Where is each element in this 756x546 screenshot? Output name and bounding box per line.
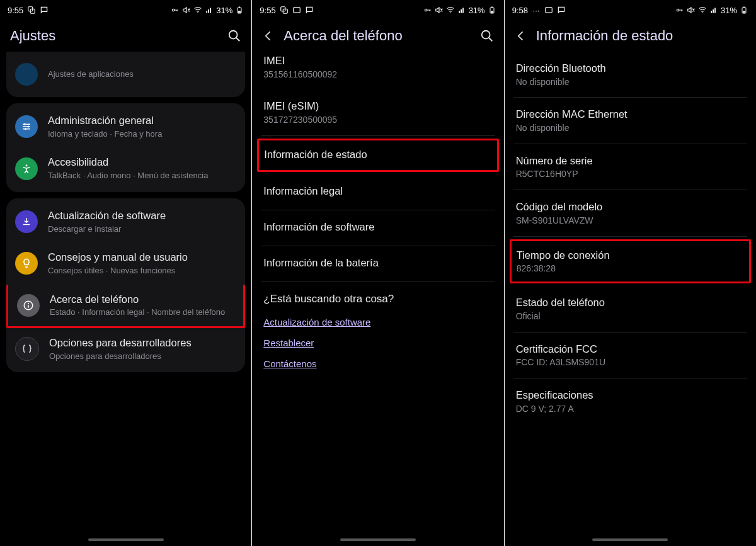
battery-icon <box>488 6 496 14</box>
settings-item-dev-options[interactable]: Opciones para desarrolladores Opciones p… <box>6 328 245 370</box>
settings-item-sub: Ajustes de aplicaciones <box>48 69 236 79</box>
info-value: No disponible <box>516 123 745 134</box>
battery-icon <box>235 6 244 14</box>
svg-point-14 <box>26 164 28 166</box>
mute-icon <box>435 6 444 14</box>
bulb-icon <box>15 252 38 275</box>
menu-item-label: Información de la batería <box>263 256 492 270</box>
info-row-phone-status[interactable]: Estado del teléfono Oficial <box>513 286 747 332</box>
menu-item-legal-info[interactable]: Información legal <box>261 174 495 210</box>
info-row-model-code[interactable]: Código del modelo SM-S901ULVAVZW <box>513 190 747 236</box>
screenshot-triptych: 9:55 31% Ajustes Ajust <box>0 0 756 546</box>
svg-rect-24 <box>462 8 464 13</box>
back-icon[interactable] <box>515 30 527 42</box>
svg-point-16 <box>28 303 29 304</box>
info-row-serial[interactable]: Número de serie R5CTC16H0YP <box>513 144 747 190</box>
settings-item-general[interactable]: Administración general Idioma y teclado … <box>6 106 245 147</box>
menu-item-status-info[interactable]: Información de estado <box>257 139 498 173</box>
info-row-bluetooth[interactable]: Dirección Bluetooth No disponible <box>513 52 747 98</box>
menu-item-software-info[interactable]: Información de software <box>261 210 495 246</box>
settings-item-title: Acerca del teléfono <box>50 293 234 306</box>
menu-item-label: Información de estado <box>264 148 491 161</box>
info-row-fcc[interactable]: Certificación FCC FCC ID: A3LSMS901U <box>513 333 747 378</box>
info-value: 826:38:28 <box>517 263 744 274</box>
settings-item-tips[interactable]: Consejos y manual de usuario Consejos út… <box>6 242 245 284</box>
settings-item-title: Actualización de software <box>48 210 236 222</box>
settings-item-title: Administración general <box>48 115 236 127</box>
svg-point-30 <box>677 9 679 11</box>
info-value: DC 9 V; 2.77 A <box>516 404 745 414</box>
settings-item-title: Consejos y manual de usuario <box>48 251 236 264</box>
svg-point-2 <box>173 9 175 11</box>
accessibility-icon <box>15 157 38 180</box>
menu-item-label: Información de software <box>263 220 492 234</box>
braces-icon <box>15 337 39 361</box>
svg-point-28 <box>481 31 490 39</box>
info-value: No disponible <box>516 77 745 88</box>
settings-item-sub: TalkBack · Audio mono · Menú de asistenc… <box>48 171 236 181</box>
update-icon <box>15 210 38 233</box>
info-row-imei-esim[interactable]: IMEI (eSIM) 351727230500095 <box>261 89 495 135</box>
svg-rect-9 <box>238 11 241 13</box>
wifi-icon <box>698 6 707 14</box>
gesture-bar <box>340 538 416 541</box>
search-icon[interactable] <box>480 29 494 43</box>
svg-rect-19 <box>293 8 300 13</box>
link-reset[interactable]: Restablecer <box>261 333 495 353</box>
svg-point-10 <box>229 31 238 39</box>
svg-point-21 <box>450 12 451 13</box>
info-row-specs[interactable]: Especificaciones DC 9 V; 2.77 A <box>513 378 747 424</box>
status-right: 31% <box>423 6 496 15</box>
link-contact[interactable]: Contáctenos <box>261 353 495 374</box>
settings-item-update[interactable]: Actualización de software Descargar e in… <box>6 201 245 242</box>
back-icon[interactable] <box>262 30 275 42</box>
info-icon <box>17 294 40 317</box>
search-icon[interactable] <box>227 29 241 43</box>
wifi-icon <box>446 6 455 14</box>
image-icon <box>544 6 553 14</box>
info-row-imei[interactable]: IMEI 351561160500092 <box>261 52 495 89</box>
info-value: Oficial <box>516 311 745 322</box>
svg-rect-33 <box>713 9 714 13</box>
settings-item-about-phone[interactable]: Acerca del teléfono Estado · Información… <box>6 285 245 328</box>
screenshot-icon <box>27 6 36 14</box>
menu-item-battery-info[interactable]: Información de la batería <box>261 246 495 282</box>
svg-point-12 <box>28 126 30 128</box>
settings-item-apps[interactable]: Ajustes de aplicaciones <box>6 54 245 94</box>
wifi-icon <box>193 6 202 14</box>
vpn-key-icon <box>423 6 432 14</box>
settings-item-sub: Consejos útiles · Nuevas funciones <box>48 266 236 276</box>
page-title: Acerca del teléfono <box>284 28 471 44</box>
appbar: Acerca del teléfono <box>252 20 503 52</box>
more-icon: ··· <box>532 6 541 14</box>
svg-rect-6 <box>210 8 211 13</box>
vpn-key-icon <box>171 6 180 14</box>
svg-point-20 <box>425 9 427 11</box>
signal-icon <box>709 6 718 14</box>
info-row-ethernet-mac[interactable]: Dirección MAC Ethernet No disponible <box>513 98 747 144</box>
settings-card-system: Administración general Idioma y teclado … <box>6 103 245 192</box>
apps-icon <box>15 63 38 86</box>
svg-rect-37 <box>743 11 745 13</box>
status-bar: 9:55 31% <box>0 0 251 20</box>
status-battery-pct: 31% <box>721 6 737 15</box>
screenshot-icon <box>280 6 289 14</box>
settings-item-accessibility[interactable]: Accesibilidad TalkBack · Audio mono · Me… <box>6 147 245 189</box>
status-time: 9:55 <box>8 6 23 15</box>
svg-point-13 <box>25 128 26 130</box>
screen-status-info: 9:58 ··· 31% Información de estado Direc… <box>504 0 756 546</box>
appbar: Información de estado <box>505 20 756 52</box>
sliders-icon <box>15 115 38 138</box>
gesture-bar <box>88 538 164 541</box>
info-title: Dirección Bluetooth <box>516 62 745 75</box>
svg-rect-36 <box>743 7 745 8</box>
info-title: Código del modelo <box>516 200 745 213</box>
info-title: Certificación FCC <box>516 343 745 356</box>
link-software-update[interactable]: Actualización de software <box>261 312 495 333</box>
svg-rect-34 <box>714 8 716 13</box>
info-row-uptime[interactable]: Tiempo de conexión 826:38:28 <box>510 239 751 283</box>
status-right: 31% <box>171 6 244 15</box>
settings-item-sub: Opciones para desarrolladores <box>49 351 236 361</box>
info-value: 351561160500092 <box>263 69 492 80</box>
battery-icon <box>740 6 748 14</box>
